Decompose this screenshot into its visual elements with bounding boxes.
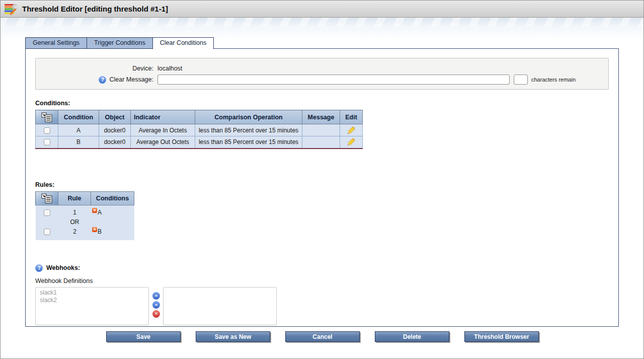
rules-select-all-header[interactable] (36, 191, 58, 205)
clear-message-help-icon[interactable]: ? (99, 76, 106, 84)
rule-row-2: 2 ✕ B (36, 227, 134, 237)
condition-b-message (302, 136, 340, 149)
condition-b-checkbox[interactable] (44, 139, 50, 146)
save-as-new-button[interactable]: Save as New (196, 331, 270, 342)
tab-clear-conditions[interactable]: Clear Conditions (152, 37, 214, 49)
col-comparison-operation: Comparison Operation (195, 110, 302, 124)
edit-pencil-icon[interactable] (347, 138, 355, 146)
clear-message-label: Clear Message: (109, 76, 153, 83)
characters-remain-count-input[interactable] (514, 75, 528, 85)
remove-webhook-icon[interactable]: ✕ (152, 310, 160, 318)
webhook-definitions-label: Webhook Definitions (35, 277, 609, 284)
clear-conditions-panel: Device: localhost ? Clear Message: chara… (25, 48, 619, 327)
threshold-app-icon (4, 3, 18, 15)
rule-1-condition-ref: A (98, 209, 102, 216)
condition-a-edit-cell (340, 124, 363, 136)
webhook-option-slack2[interactable]: slack2 (40, 297, 144, 304)
remove-condition-a-icon[interactable]: ✕ (92, 208, 97, 213)
condition-b-letter: B (58, 136, 99, 149)
select-all-icon (41, 112, 52, 122)
delete-button[interactable]: Delete (375, 331, 449, 342)
cancel-button[interactable]: Cancel (285, 331, 360, 342)
webhook-selected-list[interactable] (163, 287, 277, 325)
conditions-table: Condition Object Indicator Comparison Op… (35, 110, 363, 149)
condition-row-b: B docker0 Average Out Octets less than 8… (36, 136, 363, 149)
condition-a-comparison: less than 85 Percent over 15 minutes (195, 124, 302, 136)
device-value: localhost (157, 65, 182, 72)
rule-1-number: 1 (58, 209, 91, 216)
background-band (1, 18, 643, 27)
condition-b-edit-cell (340, 136, 363, 149)
rule-operator: OR (58, 219, 91, 226)
col-rule: Rule (58, 191, 91, 205)
rules-table: Rule Conditions 1 ✕ A OR (35, 191, 135, 240)
rule-2-number: 2 (58, 228, 91, 235)
tab-trigger-conditions[interactable]: Trigger Conditions (87, 37, 153, 49)
rule-2-checkbox[interactable] (44, 229, 50, 235)
device-message-box: Device: localhost ? Clear Message: chara… (35, 58, 609, 90)
remove-condition-b-icon[interactable]: ✕ (92, 227, 97, 232)
title-bar: Threshold Editor [editing threshold #1-1… (1, 1, 643, 18)
clear-message-input[interactable] (157, 75, 510, 85)
rule-operator-row: OR (36, 218, 134, 227)
threshold-browser-button[interactable]: Threshold Browser (464, 331, 539, 342)
col-rule-conditions: Conditions (91, 191, 134, 205)
tab-general-settings[interactable]: General Settings (25, 37, 87, 49)
webhooks-section-label: Webhooks: (46, 264, 80, 271)
webhook-transfer-controls: » « ✕ (152, 292, 160, 325)
webhook-available-list[interactable]: slack1 slack2 (35, 287, 149, 325)
condition-b-comparison: less than 85 Percent over 15 minutes (195, 136, 302, 149)
tab-strip: General Settings Trigger Conditions Clea… (25, 37, 213, 49)
col-edit: Edit (340, 110, 363, 124)
condition-a-checkbox[interactable] (44, 127, 50, 134)
col-message: Message (302, 110, 340, 124)
webhooks-help-icon[interactable]: ? (35, 264, 43, 272)
device-label: Device: (36, 65, 153, 72)
characters-remain-label: characters remain (531, 77, 576, 83)
col-condition: Condition (58, 110, 99, 124)
condition-b-indicator: Average Out Octets (131, 136, 195, 149)
move-left-icon[interactable]: « (152, 301, 160, 309)
col-object: Object (99, 110, 131, 124)
save-button[interactable]: Save (106, 331, 181, 342)
col-indicator: Indicator (131, 110, 195, 124)
rule-row-1: 1 ✕ A (36, 208, 134, 218)
window-title: Threshold Editor [editing threshold #1-1… (22, 5, 168, 13)
condition-a-letter: A (58, 124, 99, 136)
webhook-option-slack1[interactable]: slack1 (40, 289, 144, 297)
rules-section-label: Rules: (35, 181, 609, 188)
conditions-section-label: Conditions: (35, 100, 609, 107)
footer-actions: Save Save as New Cancel Delete Threshold… (1, 331, 644, 342)
rules-body: 1 ✕ A OR 2 ✕ B (36, 205, 134, 240)
threshold-editor-window: Threshold Editor [editing threshold #1-1… (0, 0, 644, 359)
conditions-select-all-header[interactable] (36, 110, 58, 124)
condition-a-indicator: Average In Octets (131, 124, 195, 136)
rule-1-checkbox[interactable] (44, 209, 50, 216)
condition-a-message (302, 124, 340, 136)
edit-pencil-icon[interactable] (347, 126, 355, 134)
condition-a-object: docker0 (99, 124, 131, 136)
select-all-icon (41, 193, 52, 203)
move-right-icon[interactable]: » (152, 292, 160, 300)
rule-2-condition-ref: B (98, 228, 102, 235)
condition-b-object: docker0 (99, 136, 131, 149)
condition-row-a: A docker0 Average In Octets less than 85… (36, 124, 363, 136)
